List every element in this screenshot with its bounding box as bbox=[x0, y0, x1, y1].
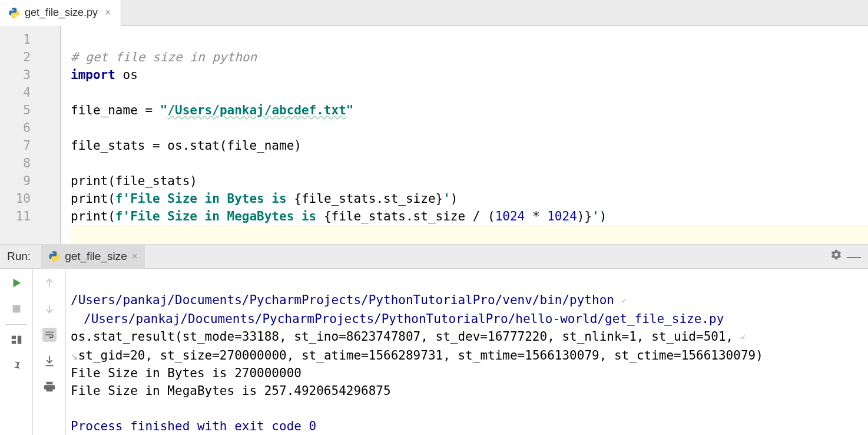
minimize-icon[interactable]: — bbox=[847, 253, 861, 259]
code-text: * bbox=[525, 209, 547, 223]
line-number: 6 bbox=[0, 119, 60, 137]
code-string: " bbox=[160, 103, 168, 117]
line-number: 10 bbox=[0, 190, 60, 207]
code-text: print(file_stats) bbox=[71, 174, 197, 188]
line-gutter: 1 2 3 4 5 6 7 8 9 10 11 bbox=[0, 26, 61, 244]
code-fstring: f' bbox=[115, 192, 130, 206]
svg-rect-0 bbox=[12, 305, 20, 313]
close-tab-icon[interactable]: × bbox=[102, 6, 114, 19]
close-run-tab-icon[interactable]: × bbox=[132, 251, 138, 262]
python-file-icon bbox=[8, 7, 20, 19]
console-output[interactable]: /Users/pankaj/Documents/PycharmProjects/… bbox=[66, 269, 868, 435]
line-number: 8 bbox=[0, 154, 60, 172]
console-line: os.stat_result(st_mode=33188, st_ino=862… bbox=[71, 329, 741, 344]
editor-tab-label: get_file_size.py bbox=[25, 6, 98, 19]
run-tool-header: Run: get_file_size × — bbox=[0, 244, 868, 269]
line-number: 7 bbox=[0, 137, 60, 154]
code-text: {file_stats.st_size / ( bbox=[324, 209, 495, 223]
up-arrow-icon[interactable] bbox=[42, 276, 57, 290]
svg-rect-3 bbox=[17, 336, 21, 344]
code-text: )} bbox=[577, 209, 592, 223]
code-text: {file_stats.st_size} bbox=[294, 192, 443, 206]
line-number: 1 bbox=[0, 31, 60, 48]
stop-icon[interactable] bbox=[9, 302, 24, 316]
run-config-label: get_file_size bbox=[65, 250, 127, 263]
code-text: file_name = bbox=[71, 103, 160, 117]
console-line: File Size in Bytes is 270000000 bbox=[71, 366, 302, 380]
line-number: 5 bbox=[0, 101, 60, 119]
code-text: file_stats = os.stat(file_name) bbox=[71, 139, 302, 153]
editor-tab-bar: get_file_size.py × bbox=[0, 0, 868, 26]
code-text: ) bbox=[599, 209, 607, 223]
code-number: 1024 bbox=[547, 209, 577, 223]
print-icon[interactable] bbox=[42, 380, 57, 394]
wrap-continuation-icon: ↘ bbox=[71, 348, 78, 362]
code-current-line bbox=[71, 225, 868, 243]
svg-rect-2 bbox=[11, 341, 15, 344]
console-command-arg: /Users/pankaj/Documents/PycharmProjects/… bbox=[71, 310, 856, 328]
editor-tab-active[interactable]: get_file_size.py × bbox=[0, 0, 121, 26]
code-comment: # get file size in python bbox=[71, 50, 257, 64]
run-toolbar-left bbox=[0, 269, 33, 435]
svg-rect-1 bbox=[11, 336, 15, 340]
line-number: 3 bbox=[0, 66, 60, 84]
console-line: st_gid=20, st_size=270000000, st_atime=1… bbox=[78, 348, 763, 362]
code-keyword: import bbox=[71, 68, 115, 82]
code-editor[interactable]: # get file size in python import os file… bbox=[61, 26, 868, 244]
python-file-icon bbox=[48, 251, 60, 262]
soft-wrap-icon[interactable] bbox=[42, 328, 57, 342]
code-text: print( bbox=[71, 209, 115, 223]
rerun-icon[interactable] bbox=[9, 276, 24, 290]
run-label: Run: bbox=[7, 250, 41, 263]
line-number: 4 bbox=[0, 84, 60, 101]
run-config-tab[interactable]: get_file_size × bbox=[41, 244, 145, 269]
code-fstring: f' bbox=[115, 209, 130, 223]
code-string: " bbox=[346, 103, 354, 117]
code-string: ' bbox=[592, 209, 599, 223]
down-arrow-icon[interactable] bbox=[42, 302, 57, 316]
code-number: 1024 bbox=[495, 209, 525, 223]
gear-icon[interactable] bbox=[830, 249, 842, 264]
wrap-indicator-icon: ↙ bbox=[622, 294, 627, 305]
editor-area: 1 2 3 4 5 6 7 8 9 10 11 # get file size … bbox=[0, 26, 868, 244]
separator bbox=[6, 324, 27, 325]
code-string: ' bbox=[443, 192, 450, 206]
console-line: File Size in MegaBytes is 257.4920654296… bbox=[71, 384, 391, 398]
line-number: 11 bbox=[0, 207, 60, 225]
run-panel: /Users/pankaj/Documents/PycharmProjects/… bbox=[0, 269, 868, 435]
layout-icon[interactable] bbox=[9, 333, 24, 347]
code-text: ) bbox=[450, 192, 458, 206]
line-number: 2 bbox=[0, 48, 60, 66]
code-string-path: /Users/pankaj/abcdef.txt bbox=[167, 103, 346, 117]
wrap-indicator-icon: ↙ bbox=[741, 331, 746, 341]
code-text: os bbox=[115, 68, 138, 82]
console-command: /Users/pankaj/Documents/PycharmProjects/… bbox=[71, 293, 614, 307]
code-string: File Size in MegaBytes is bbox=[130, 209, 324, 223]
run-toolbar-right bbox=[33, 269, 66, 435]
code-string: File Size in Bytes is bbox=[130, 192, 294, 206]
console-exit-line: Process finished with exit code 0 bbox=[71, 419, 316, 433]
line-number: 9 bbox=[0, 172, 60, 190]
code-text: print( bbox=[71, 192, 115, 206]
pin-icon[interactable] bbox=[9, 359, 24, 373]
scroll-to-end-icon[interactable] bbox=[42, 354, 57, 368]
